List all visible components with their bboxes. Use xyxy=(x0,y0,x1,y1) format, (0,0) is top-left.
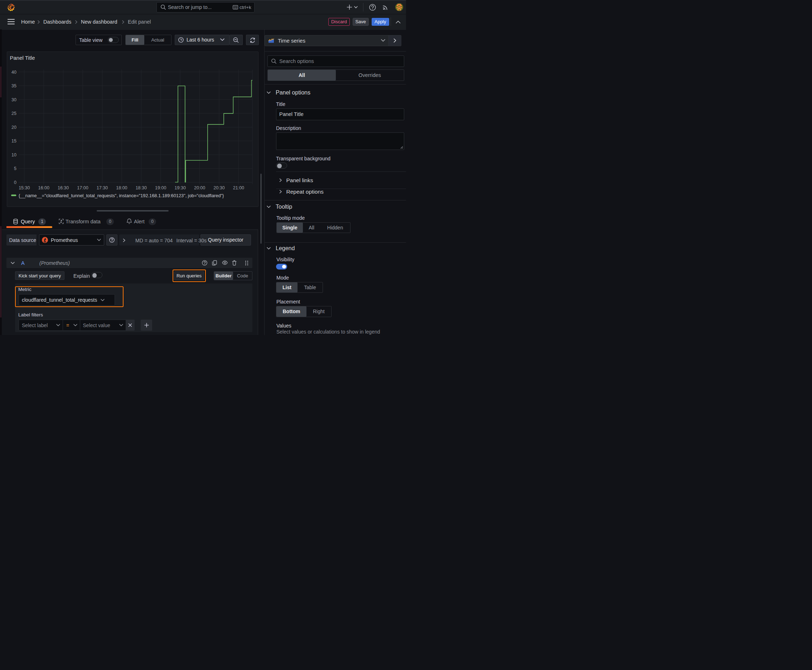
svg-text:16:00: 16:00 xyxy=(38,185,49,190)
svg-text:17:00: 17:00 xyxy=(77,185,88,190)
svg-text:19:30: 19:30 xyxy=(175,185,186,190)
svg-text:30: 30 xyxy=(12,97,17,102)
svg-text:21:00: 21:00 xyxy=(233,185,244,190)
svg-text:15:30: 15:30 xyxy=(19,185,30,190)
svg-text:19:00: 19:00 xyxy=(155,185,166,190)
svg-text:40: 40 xyxy=(12,69,17,74)
svg-text:15: 15 xyxy=(12,139,17,144)
svg-text:10: 10 xyxy=(12,152,17,157)
svg-text:5: 5 xyxy=(14,166,17,171)
svg-text:25: 25 xyxy=(12,111,17,116)
svg-text:{__name__="cloudflared_tunnel_: {__name__="cloudflared_tunnel_total_requ… xyxy=(19,193,224,198)
svg-text:18:00: 18:00 xyxy=(116,185,127,190)
svg-text:0: 0 xyxy=(14,180,17,185)
svg-text:17:30: 17:30 xyxy=(97,185,108,190)
svg-text:16:30: 16:30 xyxy=(58,185,69,190)
svg-text:20:30: 20:30 xyxy=(214,185,224,190)
svg-text:20: 20 xyxy=(12,125,17,130)
svg-text:35: 35 xyxy=(12,83,17,88)
svg-text:20:00: 20:00 xyxy=(194,185,205,190)
svg-text:18:30: 18:30 xyxy=(136,185,147,190)
